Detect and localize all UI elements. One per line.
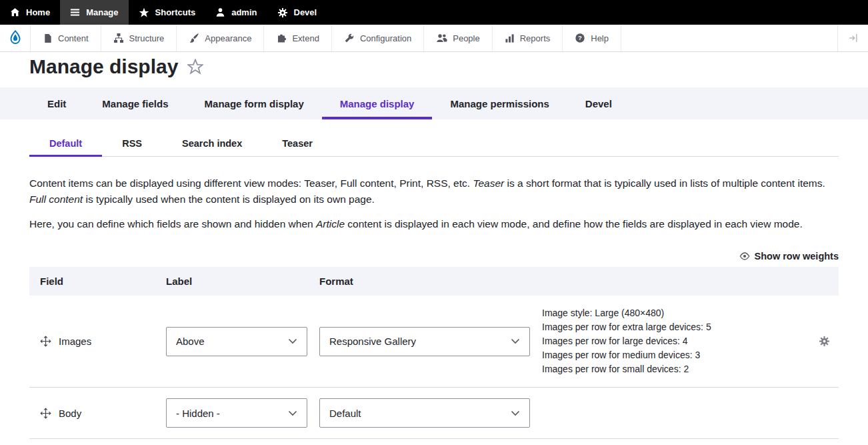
tab-manage-fields[interactable]: Manage fields <box>84 87 186 119</box>
drag-handle-icon[interactable] <box>40 336 51 347</box>
drag-handle-icon[interactable] <box>40 408 51 419</box>
subtab-default[interactable]: Default <box>29 130 102 156</box>
menu-item-label: Configuration <box>360 33 411 43</box>
toolbar-item-label: Manage <box>86 7 118 17</box>
paintbrush-icon <box>189 33 199 43</box>
tab-label: Manage form display <box>205 98 304 109</box>
format-select-body[interactable]: Default <box>319 398 530 428</box>
menu-item-label: People <box>453 33 479 43</box>
wrench-icon <box>344 33 355 43</box>
tab-manage-permissions[interactable]: Manage permissions <box>432 87 567 119</box>
table-row-body: Body - Hidden - Default <box>29 388 839 439</box>
tab-manage-form-display[interactable]: Manage form display <box>187 87 322 119</box>
summary-line: Images per row for extra large devices: … <box>542 320 809 334</box>
manage-display-table: Field Label Format Images Above Responsi… <box>29 267 839 439</box>
tab-manage-display[interactable]: Manage display <box>322 87 433 119</box>
show-row-weights-link[interactable]: Show row weights <box>739 251 839 262</box>
menu-item-reports[interactable]: Reports <box>493 25 563 51</box>
intro-text: Content items can be displayed using dif… <box>29 175 839 232</box>
label-cell: - Hidden - <box>166 398 319 428</box>
format-cell: Default <box>319 398 542 428</box>
table-row-images: Images Above Responsive Gallery Image st… <box>29 296 839 388</box>
page-header: Manage display <box>29 55 839 78</box>
select-value: Above <box>176 336 205 347</box>
menu-item-configuration[interactable]: Configuration <box>332 25 424 51</box>
intro-paragraph-2: Here, you can define which fields are sh… <box>29 216 839 232</box>
toolbar-item-label: Home <box>26 7 50 17</box>
menu-item-label: Help <box>591 33 609 43</box>
eye-icon <box>739 251 750 262</box>
drupal-logo[interactable] <box>0 25 31 51</box>
primary-tabs: Edit Manage fields Manage form display M… <box>0 87 868 119</box>
menu-item-label: Structure <box>129 33 165 43</box>
menu-item-label: Content <box>58 33 89 43</box>
chevron-down-icon <box>511 338 520 344</box>
settings-gear-icon <box>819 336 830 347</box>
toolbar-item-shortcuts[interactable]: Shortcuts <box>129 0 206 25</box>
column-header-format: Format <box>319 267 542 296</box>
chevron-down-icon <box>288 338 297 344</box>
tab-label: Manage fields <box>102 98 168 109</box>
menu-item-extend[interactable]: Extend <box>264 25 331 51</box>
format-select-images[interactable]: Responsive Gallery <box>319 327 530 356</box>
toolbar-spacer <box>621 25 837 51</box>
subtab-teaser[interactable]: Teaser <box>262 130 333 156</box>
star-outline-icon <box>187 59 203 75</box>
structure-icon <box>113 33 124 43</box>
summary-line: Images per row for large devices: 4 <box>542 334 809 348</box>
select-value: - Hidden - <box>176 408 220 419</box>
format-settings-button[interactable] <box>809 336 839 347</box>
tab-label: Manage permissions <box>450 98 549 109</box>
help-icon: ? <box>575 33 585 43</box>
label-select-images[interactable]: Above <box>166 327 307 356</box>
field-cell: Body <box>29 408 166 419</box>
field-cell: Images <box>29 336 166 347</box>
puzzle-icon <box>276 33 287 43</box>
drupal-drop-icon <box>7 29 24 47</box>
chevron-down-icon <box>511 410 520 416</box>
tab-edit[interactable]: Edit <box>29 87 84 119</box>
gear-icon <box>277 7 288 18</box>
bar-chart-icon <box>505 33 515 43</box>
tab-label: Devel <box>585 98 612 109</box>
toolbar-item-devel[interactable]: Devel <box>267 0 327 25</box>
user-icon <box>215 7 225 17</box>
menu-item-appearance[interactable]: Appearance <box>177 25 264 51</box>
field-name: Images <box>59 336 91 347</box>
summary-line: Images per row for small devices: 2 <box>542 362 809 376</box>
toolbar-item-home[interactable]: Home <box>0 0 60 25</box>
menu-item-label: Extend <box>292 33 319 43</box>
menu-item-label: Reports <box>520 33 551 43</box>
tab-label: Edit <box>47 98 66 109</box>
menu-item-help[interactable]: ? Help <box>563 25 621 51</box>
subtab-label: Teaser <box>282 138 313 149</box>
select-value: Default <box>329 408 361 419</box>
row-weights-bar: Show row weights <box>29 251 839 262</box>
toolbar-collapse-button[interactable] <box>837 25 868 51</box>
toolbar-item-manage[interactable]: Manage <box>60 0 128 25</box>
tab-devel[interactable]: Devel <box>567 87 630 119</box>
page-title: Manage display <box>29 55 178 78</box>
table-header-row: Field Label Format <box>29 267 839 296</box>
format-summary: Image style: Large (480×480) Images per … <box>542 306 809 376</box>
label-select-body[interactable]: - Hidden - <box>166 398 307 428</box>
chevron-down-icon <box>288 410 297 416</box>
home-icon <box>10 7 20 17</box>
subtab-rss[interactable]: RSS <box>102 130 162 156</box>
column-header-label: Label <box>166 267 319 296</box>
column-header-empty <box>542 267 809 296</box>
subtab-search-index[interactable]: Search index <box>162 130 262 156</box>
toolbar-item-label: admin <box>231 7 257 17</box>
menu-item-structure[interactable]: Structure <box>101 25 177 51</box>
star-icon <box>139 7 149 18</box>
menu-item-content[interactable]: Content <box>31 25 101 51</box>
select-value: Responsive Gallery <box>329 336 416 347</box>
svg-text:?: ? <box>578 34 582 41</box>
admin-toolbar: Home Manage Shortcuts admin Devel <box>0 0 868 25</box>
menu-item-people[interactable]: People <box>424 25 492 51</box>
show-row-weights-label: Show row weights <box>755 251 839 262</box>
subtab-label: RSS <box>122 138 142 149</box>
toolbar-item-admin[interactable]: admin <box>205 0 267 25</box>
add-shortcut-star-button[interactable] <box>187 59 203 75</box>
people-icon <box>436 33 447 43</box>
